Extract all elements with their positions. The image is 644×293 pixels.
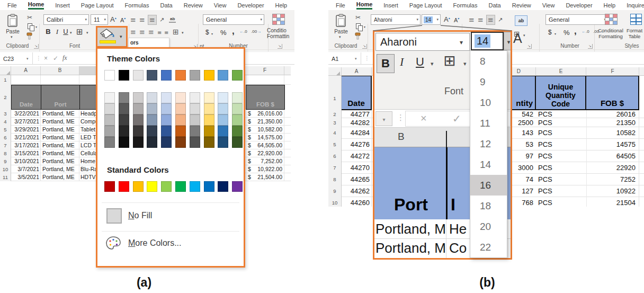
cell-item[interactable]: Headp [79,110,97,118]
tab-file[interactable]: File [7,2,17,8]
theme-variant-swatch[interactable] [204,103,214,114]
cell-port[interactable]: Portland, ME [41,134,79,141]
cell-fob[interactable]: 14575 [586,139,639,150]
cell-item[interactable]: HDTV [79,173,97,181]
theme-variant-swatch[interactable] [218,126,228,137]
theme-variant-swatch[interactable] [218,114,228,126]
font-size-option-22[interactable]: 22 [470,237,507,258]
theme-variant-swatch[interactable] [147,103,157,114]
theme-color-swatch[interactable] [161,70,172,81]
theme-variant-swatch[interactable] [104,137,115,148]
cell-port[interactable]: Portland, ME [41,110,79,118]
theme-variant-swatch[interactable] [204,114,214,126]
decrease-decimal-icon[interactable]: .00→ [251,29,261,34]
tab-review[interactable]: Review [512,2,531,8]
cell-unit[interactable]: PCS [536,197,569,207]
cell-unit[interactable]: PCS [536,110,569,118]
cell-fob[interactable]: 64505 [586,150,639,162]
select-all-corner[interactable] [0,66,11,75]
theme-variant-swatch[interactable] [190,103,200,114]
standard-color-swatch[interactable] [204,181,214,192]
grow-font-button[interactable]: A▴ [110,15,117,23]
row-number[interactable]: 10 [328,197,341,207]
table-header-fob[interactable]: FOB $ [246,85,285,110]
theme-variant-swatch[interactable] [175,114,186,126]
standard-color-swatch[interactable] [161,181,172,192]
standard-color-swatch[interactable] [119,181,129,192]
no-fill-label[interactable]: No Fill [128,208,152,224]
italic-button[interactable]: I [54,28,60,36]
theme-variant-swatch[interactable] [175,103,186,114]
align-bottom-icon[interactable]: ≡ [148,15,157,25]
theme-variant-swatch[interactable] [204,92,214,103]
wrap-text-icon[interactable]: ab [169,16,176,23]
cell-date-serial[interactable]: 44277 [342,110,372,118]
theme-variant-swatch[interactable] [119,92,129,103]
theme-variant-swatch[interactable] [204,137,214,148]
standard-color-swatch[interactable] [175,181,186,192]
chevron-down-icon[interactable]: ▾ [86,31,88,35]
comma-button[interactable]: , [574,26,577,37]
theme-variant-swatch[interactable] [190,126,200,137]
name-box-dropdown-magnified[interactable]: ▾ [375,111,392,126]
theme-variant-swatch[interactable] [218,137,228,148]
cut-icon[interactable]: ✂ [27,14,32,21]
chevron-down-icon[interactable]: ▾ [120,34,122,39]
cell-fob[interactable]: 26016 [586,110,639,118]
currency-button[interactable]: $ [205,29,209,36]
tab-developer[interactable]: Developer [237,2,264,8]
standard-color-swatch[interactable] [190,181,200,192]
chevron-down-icon[interactable]: ▾ [211,32,213,35]
theme-variant-swatch[interactable] [161,126,172,137]
currency-button[interactable]: $ [548,29,552,36]
cell-date-serial[interactable]: 44262 [342,185,372,197]
tab-inquire[interactable]: Inquire [627,2,644,8]
tab-file[interactable]: File [336,2,345,8]
orientation-icon[interactable]: ↗ [159,15,164,25]
number-dialog-launcher[interactable]: ↘ [278,44,282,49]
theme-variant-swatch[interactable] [147,137,157,148]
row-number[interactable]: 6 [0,134,11,141]
bold-button[interactable]: B [44,28,52,35]
paste-button[interactable]: Paste ▾ [1,13,24,43]
cell-fob[interactable]: 10582 [586,127,639,139]
tab-help[interactable]: Help [604,2,616,8]
column-header-b[interactable]: B [41,66,79,75]
theme-variant-swatch[interactable] [218,92,228,103]
font-size-option-9[interactable]: 9 [470,72,507,92]
cell-fob[interactable]: $21,504.00 [246,173,284,181]
font-size-option-11[interactable]: 11 [470,113,507,134]
cell-port[interactable]: Portland, ME [41,118,79,126]
tab-page-layout[interactable]: Page Layout [81,2,114,8]
number-format-select[interactable]: General ▾ [203,14,264,25]
table-header-unique-code[interactable]: Unique Quantity Code [536,76,586,110]
cell-fob[interactable]: 22920 [586,162,639,174]
cell-port[interactable]: Portland, ME [41,141,79,149]
chevron-down-icon[interactable]: ▾ [523,33,525,38]
row-number[interactable]: 11 [0,173,11,181]
table-header-date[interactable]: Date [11,85,41,110]
row-number[interactable]: 9 [0,157,11,165]
theme-variant-swatch[interactable] [232,103,243,114]
cell-fob[interactable]: $14,575.00 [246,134,284,141]
cell-unit[interactable]: PCS [536,162,569,174]
format-as-table-icon[interactable] [630,14,642,25]
cancel-icon[interactable]: × [44,55,48,62]
number-format-select[interactable]: General ▾ [545,14,608,25]
column-header-f[interactable]: F [246,66,284,75]
row-number[interactable]: 2 [328,110,341,118]
row-number[interactable]: 4 [0,118,11,126]
theme-variant-swatch[interactable] [104,126,115,137]
tab-insert[interactable]: Insert [383,2,398,8]
cell-unit[interactable]: PCS [536,139,569,150]
chevron-down-icon[interactable]: ▾ [364,25,365,29]
row-number[interactable]: 5 [0,126,11,134]
theme-variant-swatch[interactable] [190,137,200,148]
standard-color-swatch[interactable] [133,181,144,192]
theme-variant-swatch[interactable] [218,103,228,114]
theme-variant-swatch[interactable] [133,114,144,126]
tab-page-layout[interactable]: Page Layout [409,2,442,8]
cell-fob[interactable]: $10,922.00 [246,165,284,173]
align-right-icon[interactable]: ≡ [148,28,154,37]
cell-item[interactable]: Cellula [79,149,97,157]
